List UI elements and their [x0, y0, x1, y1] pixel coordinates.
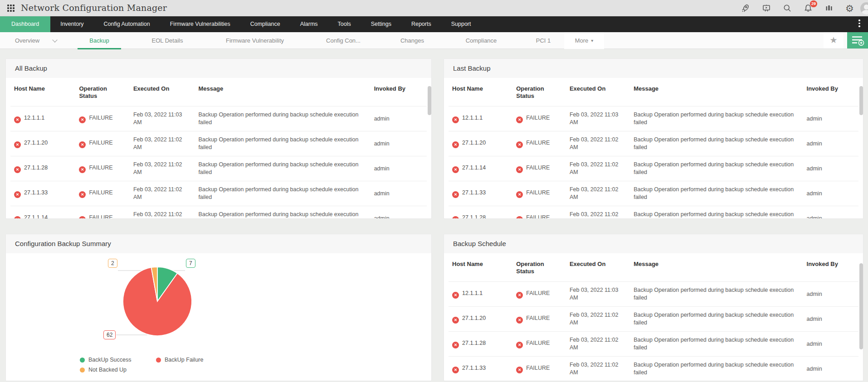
subnav-tab-label: Config Con... — [326, 33, 361, 49]
table-row: ✕27.1.1.28✕FAILUREFeb 03, 2022 11:02 AMB… — [449, 332, 858, 357]
subnav-tab-firmware-vulnerability[interactable]: Firmware Vulnerability — [208, 32, 302, 49]
nav-item-alarms[interactable]: Alarms — [290, 16, 328, 32]
pie-chart-area: 2 7 62 BackUp Success BackUp Failure Not… — [6, 253, 431, 381]
operation-status-cell: ✕FAILURE — [75, 131, 130, 156]
executed-on-cell: Feb 03, 2022 11:02 AM — [566, 131, 630, 156]
operation-status-cell: ✕FAILURE — [512, 332, 566, 357]
executed-on-cell: Feb 03, 2022 11:03 AM — [566, 106, 630, 131]
executed-on-cell: Feb 03, 2022 11:03 AM — [566, 282, 630, 307]
pie-value-not-backed-up: 2 — [108, 259, 117, 268]
executed-on-cell: Feb 03, 2022 11:02 AM — [130, 131, 195, 156]
nav-item-config-automation[interactable]: Config Automation — [94, 16, 160, 32]
add-dashboard-button[interactable] — [847, 32, 868, 48]
subnav-tab-pci-1[interactable]: PCI 1 — [522, 32, 564, 49]
panel-backup-schedule: Backup Schedule Host NameOperation Statu… — [444, 234, 863, 381]
operation-status-cell: ✕FAILURE — [512, 282, 566, 307]
panel-configuration-backup-summary: Configuration Backup Summary 2 7 62 Back… — [5, 234, 432, 381]
legend-item-not-backed-up[interactable]: Not Backed Up — [80, 367, 127, 373]
subnav-tab-eol-details[interactable]: EOL Details — [127, 32, 208, 49]
nav-item-firmware-vulnerabilities[interactable]: Firmware Vulnerabilities — [160, 16, 240, 32]
favorite-star-icon[interactable]: ★ — [824, 32, 844, 48]
scrollbar-thumb[interactable] — [428, 86, 431, 115]
failure-status-icon: ✕ — [14, 191, 21, 198]
host-name-cell: ✕27.1.1.14 — [449, 156, 512, 181]
invoked-by-cell: admin — [803, 156, 858, 181]
subnav-tab-more[interactable]: More▾ — [564, 32, 604, 49]
host-name-cell: ✕27.1.1.28 — [449, 332, 512, 357]
column-header-operation-status: Operation Status — [512, 255, 566, 282]
executed-on-cell: Feb 03, 2022 11:02 AM — [130, 181, 195, 206]
subnav-tab-compliance[interactable]: Compliance — [440, 32, 522, 49]
nav-item-compliance[interactable]: Compliance — [240, 16, 290, 32]
all-backup-table: Host NameOperation StatusExecuted OnMess… — [10, 80, 427, 218]
column-header-executed-on: Executed On — [130, 80, 195, 106]
column-header-operation-status: Operation Status — [512, 80, 566, 106]
settings-gear-icon[interactable]: ⚙ — [845, 4, 854, 13]
table-row: ✕27.1.1.33✕FAILUREFeb 03, 2022 11:02 AMB… — [449, 357, 858, 381]
demo-video-icon[interactable] — [761, 4, 771, 13]
operation-status-cell: ✕FAILURE — [512, 131, 566, 156]
invoked-by-cell: admin — [803, 106, 858, 131]
executed-on-cell: Feb 03, 2022 11:02 AM — [566, 206, 630, 219]
column-header-operation-status: Operation Status — [75, 80, 130, 106]
operation-status-cell: ✕FAILURE — [512, 181, 566, 206]
failure-status-icon: ✕ — [516, 216, 523, 218]
column-header-invoked-by: Invoked By — [803, 80, 858, 106]
nav-item-support[interactable]: Support — [441, 16, 481, 32]
subnav-tab-changes[interactable]: Changes — [385, 32, 440, 49]
message-cell: Backup Operation performed during backup… — [195, 181, 370, 206]
subnav-tab-config-con[interactable]: Config Con... — [302, 32, 385, 49]
host-name-cell: ✕27.1.1.28 — [10, 156, 75, 181]
notifications-bell-icon[interactable]: 29 — [803, 4, 813, 13]
nav-item-inventory[interactable]: Inventory — [50, 16, 93, 32]
host-name-cell: ✕27.1.1.20 — [449, 307, 512, 332]
legend-label-backup-failure: BackUp Failure — [165, 357, 203, 363]
message-cell: Backup Operation performed during backup… — [630, 357, 803, 381]
apps-grid-icon[interactable] — [7, 5, 15, 12]
invoked-by-cell: admin — [371, 181, 427, 206]
table-row: ✕12.1.1.1✕FAILUREFeb 03, 2022 11:03 AMBa… — [10, 106, 427, 131]
message-cell: Backup Operation performed during backup… — [630, 106, 803, 131]
subnav-tab-label: Backup — [89, 33, 109, 49]
failure-status-icon: ✕ — [452, 367, 459, 373]
table-row: ✕27.1.1.20✕FAILUREFeb 03, 2022 11:02 AMB… — [449, 307, 858, 332]
legend-item-backup-failure[interactable]: BackUp Failure — [156, 357, 203, 363]
nav-item-settings[interactable]: Settings — [361, 16, 401, 32]
message-cell: Backup Operation performed during backup… — [630, 181, 803, 206]
search-icon[interactable] — [782, 4, 792, 13]
last-backup-table: Host NameOperation StatusExecuted OnMess… — [449, 80, 858, 218]
message-cell: Backup Operation performed during backup… — [630, 307, 803, 332]
failure-status-icon: ✕ — [516, 342, 523, 348]
subnav-tab-backup[interactable]: Backup — [72, 32, 127, 49]
failure-status-icon: ✕ — [79, 166, 86, 173]
top-header: Network Configuration Manager — [0, 0, 868, 16]
host-name-cell: ✕27.1.1.28 — [449, 206, 512, 219]
failure-status-icon: ✕ — [452, 141, 459, 148]
host-name-cell: ✕27.1.1.33 — [449, 181, 512, 206]
invoked-by-cell: admin — [803, 332, 858, 357]
failure-status-icon: ✕ — [79, 216, 86, 218]
operation-status-cell: ✕FAILURE — [512, 106, 566, 131]
legend-item-backup-success[interactable]: BackUp Success — [80, 357, 131, 363]
executed-on-cell: Feb 03, 2022 11:02 AM — [130, 206, 195, 219]
column-header-message: Message — [630, 80, 803, 106]
nav-item-dashboard[interactable]: Dashboard — [0, 16, 50, 32]
failure-status-icon: ✕ — [516, 191, 523, 198]
failure-status-icon: ✕ — [452, 116, 459, 123]
nav-overflow-kebab-icon[interactable] — [856, 19, 863, 29]
getting-started-rocket-icon[interactable] — [741, 4, 750, 13]
legend-dot-backup-failure — [156, 358, 161, 363]
user-avatar[interactable] — [860, 2, 868, 15]
scrollbar-thumb[interactable] — [859, 86, 863, 115]
organization-icon[interactable] — [824, 4, 834, 13]
subnav-tab-label: Compliance — [466, 33, 497, 49]
panel-title-backup-schedule: Backup Schedule — [444, 234, 863, 253]
scrollbar-thumb[interactable] — [859, 263, 863, 349]
failure-status-icon: ✕ — [452, 342, 459, 348]
subnav-tab-label: More — [575, 33, 589, 49]
column-header-message: Message — [630, 255, 803, 282]
nav-item-tools[interactable]: Tools — [328, 16, 361, 32]
nav-item-reports[interactable]: Reports — [401, 16, 441, 32]
subnav-tab-overview[interactable]: Overview — [0, 32, 72, 49]
backup-schedule-table: Host NameOperation StatusExecuted OnMess… — [449, 255, 858, 381]
